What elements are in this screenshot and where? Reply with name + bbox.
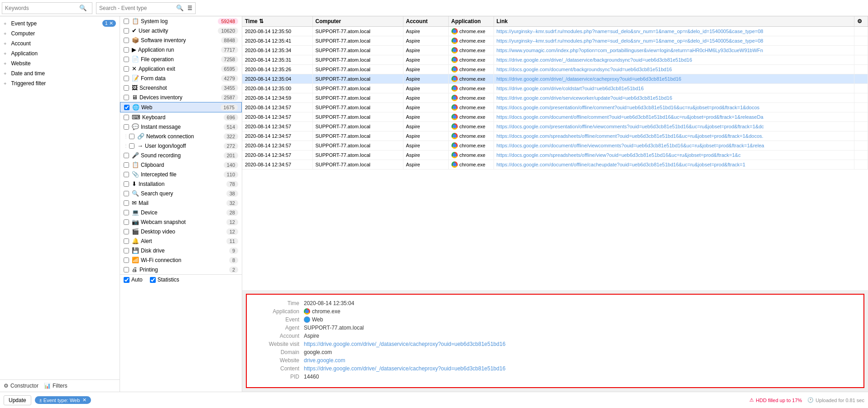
event-checkbox-network-connection[interactable] [129,134,134,139]
event-checkbox-file-operation[interactable] [124,57,129,62]
event-checkbox-desktop-video[interactable] [124,229,129,234]
event-item-application-exit[interactable]: ✕ Application exit 6595 [120,64,242,73]
event-checkbox-form-data[interactable] [124,76,129,81]
table-row[interactable]: 2020-08-14 12:34:59 SUPPORT-77.atom.loca… [242,93,868,103]
filter-group-website[interactable]: +Website [0,58,120,68]
detail-website-value[interactable]: drive.google.com [304,357,345,364]
event-checkbox-application-exit[interactable] [124,66,129,72]
filter-group-application[interactable]: +Application [0,49,120,58]
event-item-installation[interactable]: ⬇ Installation 78 [120,179,242,189]
table-row[interactable]: 2020-08-14 12:34:57 SUPPORT-77.atom.loca… [242,131,868,141]
table-row[interactable]: 2020-08-14 12:35:26 SUPPORT-77.atom.loca… [242,65,868,74]
event-checkbox-printing[interactable] [124,267,129,272]
auto-check[interactable]: Auto [124,277,143,283]
event-checkbox-disk-drive[interactable] [124,248,129,253]
table-row[interactable]: 2020-08-14 12:34:57 SUPPORT-77.atom.loca… [242,160,868,170]
filter-group-date-time[interactable]: +Date and time [0,68,120,78]
event-item-intercepted-file[interactable]: 📎 Intercepted file 110 [120,170,242,179]
event-checkbox-instant-message[interactable] [124,124,129,130]
table-row[interactable]: 2020-08-14 12:35:50 SUPPORT-77.atom.loca… [242,27,868,36]
event-checkbox-wifi-connection[interactable] [124,257,129,263]
event-checkbox-installation[interactable] [124,181,129,187]
update-button[interactable]: Update [4,395,31,405]
event-item-instant-message[interactable]: 💬 Instant message 514 [120,122,242,131]
event-checkbox-user-activity[interactable] [124,28,129,34]
event-item-user-activity[interactable]: ✔ User activity 10620 [120,26,242,35]
keywords-search-box[interactable]: 🔍 [2,2,92,14]
event-checkbox-screenshot[interactable] [124,85,129,91]
event-checkbox-web[interactable] [124,105,129,110]
event-item-desktop-video[interactable]: 🎬 Desktop video 12 [120,227,242,236]
event-item-search-query[interactable]: 🔍 Search query 38 [120,189,242,198]
keywords-search-button[interactable]: 🔍 [77,4,89,12]
event-item-file-operation[interactable]: 📄 File operation 7258 [120,54,242,64]
event-item-screenshot[interactable]: 🖼 Screenshot 3455 [120,83,242,92]
event-type-search-input[interactable] [99,5,174,11]
event-item-devices-inventory[interactable]: 🖥 Devices inventory 2587 [120,92,242,102]
filters-button[interactable]: 📊 Filters [44,383,67,389]
table-row[interactable]: 2020-08-14 12:34:57 SUPPORT-77.atom.loca… [242,141,868,151]
table-row[interactable]: 2020-08-14 12:34:57 SUPPORT-77.atom.loca… [242,103,868,112]
table-row[interactable]: 2020-08-14 12:34:57 SUPPORT-77.atom.loca… [242,122,868,131]
col-link[interactable]: Link [494,16,854,27]
event-checkbox-intercepted-file[interactable] [124,172,129,177]
event-type-search-button[interactable]: 🔍 [174,4,186,12]
constructor-button[interactable]: ⚙ Constructor [4,383,38,389]
event-item-keyboard[interactable]: ⌨ Keyboard 696 [120,112,242,122]
event-checkbox-device[interactable] [124,210,129,215]
event-item-system-log[interactable]: 📋 System log 59248 [120,16,242,26]
table-row[interactable]: 2020-08-14 12:35:41 SUPPORT-77.atom.loca… [242,36,868,46]
event-checkbox-system-log[interactable] [124,19,129,24]
event-item-alert[interactable]: 🔔 Alert 11 [120,236,242,246]
menu-icon[interactable]: ☰ [187,5,192,11]
filter-group-computer[interactable]: +Computer [0,29,120,39]
event-type-search-box[interactable]: 🔍 ☰ [96,2,196,14]
table-row[interactable]: 2020-08-14 12:35:04 SUPPORT-77.atom.loca… [242,74,868,84]
event-item-network-connection[interactable]: ⋮ 🔗 Network connection 322 [120,131,242,141]
col-time[interactable]: Time ⇅ [242,16,312,27]
keywords-input[interactable] [5,5,77,11]
event-item-form-data[interactable]: 📝 Form data 4279 [120,73,242,83]
event-checkbox-clipboard[interactable] [124,162,129,168]
table-area[interactable]: Time ⇅ Computer Account Application Link… [242,16,868,290]
filter-group-account[interactable]: +Account [0,39,120,49]
statistics-checkbox[interactable] [150,277,156,283]
event-checkbox-user-logon[interactable] [129,143,134,149]
table-row[interactable]: 2020-08-14 12:35:00 SUPPORT-77.atom.loca… [242,84,868,93]
statistics-check[interactable]: Statistics [150,277,179,283]
col-settings[interactable]: ⚙ [854,16,868,27]
filter-group-event-type[interactable]: +Event type1 ✕ [0,18,120,29]
table-row[interactable]: 2020-08-14 12:35:34 SUPPORT-77.atom.loca… [242,46,868,55]
event-tag-close[interactable]: ✕ [82,397,86,403]
detail-content-value[interactable]: https://drive.google.com/drive/_/dataser… [304,365,505,372]
event-item-web[interactable]: 🌐 Web 1675 [120,102,242,112]
event-checkbox-search-query[interactable] [124,191,129,196]
col-application[interactable]: Application [448,16,494,27]
event-item-printing[interactable]: 🖨 Printing 2 [120,265,242,274]
event-checkbox-alert[interactable] [124,238,129,244]
event-item-application-run[interactable]: ▶ Application run 7717 [120,45,242,54]
event-item-clipboard[interactable]: 📋 Clipboard 140 [120,160,242,170]
detail-website-visit-value[interactable]: https://drive.google.com/drive/_/dataser… [304,341,505,347]
event-checkbox-mail[interactable] [124,200,129,206]
col-account[interactable]: Account [403,16,448,27]
event-checkbox-webcam-snapshot[interactable] [124,219,129,225]
filter-group-triggered-filter[interactable]: +Triggered filter [0,78,120,88]
event-item-disk-drive[interactable]: 💾 Disk drive 9 [120,246,242,255]
table-row[interactable]: 2020-08-14 12:35:31 SUPPORT-77.atom.loca… [242,55,868,65]
auto-checkbox[interactable] [124,277,129,283]
event-checkbox-devices-inventory[interactable] [124,95,129,100]
event-item-wifi-connection[interactable]: 📶 Wi-Fi connection 8 [120,255,242,265]
event-item-user-logon[interactable]: ⋮ → User logon/logoff 272 [120,141,242,151]
event-item-webcam-snapshot[interactable]: 📷 Webcam snapshot 12 [120,217,242,227]
event-item-software-inventory[interactable]: 📦 Software inventory 8848 [120,35,242,45]
event-item-sound-recording[interactable]: 🎤 Sound recording 201 [120,151,242,160]
event-checkbox-application-run[interactable] [124,47,129,53]
event-checkbox-software-inventory[interactable] [124,38,129,43]
table-row[interactable]: 2020-08-14 12:34:57 SUPPORT-77.atom.loca… [242,112,868,122]
event-checkbox-keyboard[interactable] [124,115,129,120]
event-checkbox-sound-recording[interactable] [124,153,129,158]
table-row[interactable]: 2020-08-14 12:34:57 SUPPORT-77.atom.loca… [242,151,868,160]
event-item-mail[interactable]: ✉ Mail 32 [120,198,242,208]
event-item-device[interactable]: 💻 Device 28 [120,208,242,217]
